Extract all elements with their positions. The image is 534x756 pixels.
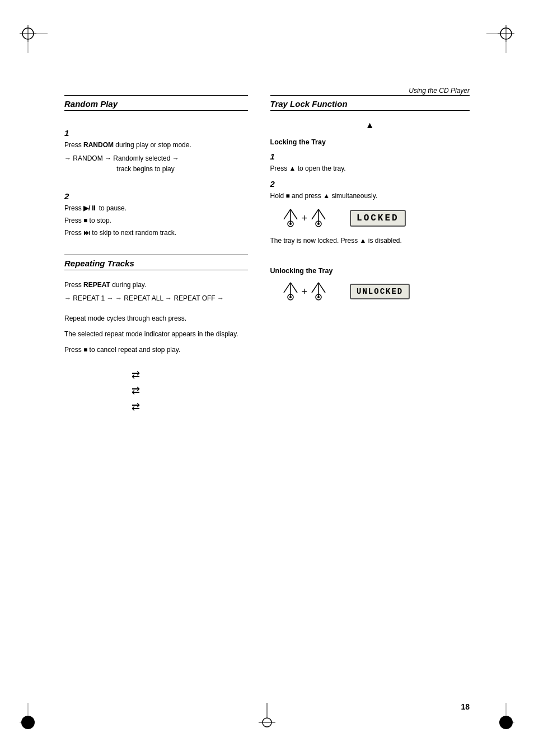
corner-mark-tl (17, 22, 50, 56)
antenna-right-icon (310, 208, 327, 228)
svg-point-10 (21, 716, 35, 729)
repeating-stop-desc: Press ■ to cancel repeat and stop play. (64, 345, 248, 355)
svg-point-38 (317, 296, 320, 298)
svg-point-23 (289, 223, 292, 225)
svg-line-19 (284, 209, 291, 219)
arrow2: → (107, 294, 114, 302)
tray-lock-bottom-rule (270, 110, 470, 111)
tray-lock-section: Tray Lock Function ▲ Locking the Tray 1 … (270, 95, 470, 304)
repeating-arrow-seq: → REPEAT 1 → → REPEAT ALL → REPEAT OFF → (64, 293, 248, 304)
corner-mark-bc (250, 700, 284, 734)
unlocked-lcd-display: UNLOCKED (350, 284, 410, 299)
main-content: Random Play 1 Press RANDOM during play o… (64, 95, 470, 700)
svg-line-34 (312, 283, 318, 293)
unlocked-display-row: + UNLOCKED (282, 279, 470, 304)
random-play-step1-desc: Press RANDOM during play or stop mode. (64, 140, 248, 150)
repeat-sym-1: ⇄ (132, 367, 248, 383)
svg-point-28 (317, 223, 320, 225)
svg-line-30 (291, 283, 297, 293)
repeating-intro: Press REPEAT during play. (64, 280, 248, 290)
random-play-step2-line2: Press ■ to stop. (64, 215, 248, 226)
arrow3: → (115, 294, 122, 302)
antenna-right2-icon (310, 281, 327, 302)
svg-line-20 (291, 209, 297, 219)
lock-step2-num: 2 (270, 179, 470, 189)
page-header: Using the CD Player (409, 87, 470, 95)
svg-point-13 (499, 716, 513, 729)
repeat-sym-3: ⇄ (132, 399, 248, 415)
repeat-sym-2: ⇄ (132, 383, 248, 399)
repeating-top-rule (64, 255, 248, 255)
right-column: Tray Lock Function ▲ Locking the Tray 1 … (259, 95, 470, 415)
locked-display-row: + LOCKED (282, 205, 470, 231)
repeating-desc1: Repeat mode cycles through each press. (64, 313, 248, 323)
arrow-right-icon2: → (105, 154, 111, 162)
locking-tray-title: Locking the Tray (270, 138, 470, 146)
unlocking-tray-title: Unlocking the Tray (270, 267, 470, 275)
repeating-desc2: The selected repeat mode indicator appea… (64, 329, 248, 339)
random-play-title: Random Play (64, 97, 248, 109)
lock-step1-text: Press ▲ to open the tray. (270, 163, 470, 173)
corner-mark-br (484, 700, 517, 734)
arrow-right-icon: → (64, 154, 71, 162)
lock-step2-text: Hold ■ and press ▲ simultaneously. (270, 191, 470, 201)
svg-point-33 (289, 296, 292, 298)
svg-line-35 (318, 283, 325, 293)
page-number: 18 (461, 702, 470, 711)
plus2-icon: + (302, 286, 308, 298)
random-play-step2-num: 2 (64, 191, 248, 201)
arrow-right-icon3: → (172, 154, 179, 162)
left-column: Random Play 1 Press RANDOM during play o… (64, 95, 259, 415)
svg-line-24 (312, 209, 318, 219)
plus-icon: + (302, 213, 308, 224)
repeating-tracks-title: Repeating Tracks (64, 257, 248, 268)
repeating-bottom-rule (64, 270, 248, 270)
arrow4: → (165, 294, 172, 302)
random-play-step2-line3: Press ⏭ to skip to next random track. (64, 228, 248, 238)
random-play-bottom-rule (64, 110, 248, 111)
corner-mark-bl (17, 700, 50, 734)
locked-lcd-display: LOCKED (350, 210, 406, 227)
lock-step1-num: 1 (270, 152, 470, 161)
svg-line-25 (318, 209, 325, 219)
random-play-arrows: → RANDOM → Randomly selected → track beg… (64, 153, 248, 175)
repeating-tracks-section: Repeating Tracks Press REPEAT during pla… (64, 255, 248, 415)
random-play-step2-line1: Press ▶/⏸ to pause. (64, 203, 248, 213)
tray-lock-top-rule (270, 95, 470, 96)
arrow1: → (64, 294, 71, 302)
arrow5: → (217, 294, 224, 302)
tray-lock-title: Tray Lock Function (270, 97, 470, 109)
random-play-section: Random Play 1 Press RANDOM during play o… (64, 95, 248, 238)
svg-line-29 (284, 283, 291, 293)
eject-symbol-top: ▲ (270, 120, 470, 130)
repeat-symbol-display: ⇄ ⇄ ⇄ (132, 367, 248, 415)
antenna-left-icon (282, 208, 299, 228)
corner-mark-tr (484, 22, 517, 56)
random-play-step1-num: 1 (64, 128, 248, 138)
lock-note: The tray is now locked. Press ▲ is disab… (270, 236, 470, 246)
antenna-left2-icon (282, 281, 299, 302)
random-play-top-rule (64, 95, 248, 96)
